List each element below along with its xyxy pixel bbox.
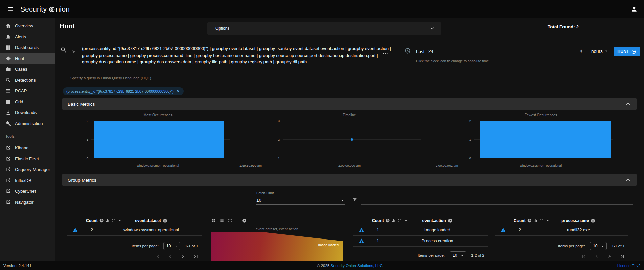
company-link[interactable]: Security Onion Solutions, LLC [331, 264, 383, 268]
total-found-label: Total Found: 2 [548, 24, 579, 29]
sankey-node-label: Image loaded [318, 243, 339, 247]
first-page-icon[interactable] [581, 253, 587, 259]
list-view-icon[interactable] [220, 218, 224, 223]
chevron-down-icon [429, 25, 435, 32]
table-row[interactable]: 1 Process creation [353, 236, 488, 247]
filter-chip[interactable]: (process.entity_id:"{9cc37817-c29b-6821-… [63, 87, 184, 95]
hunt-button[interactable]: HUNT [614, 47, 640, 56]
open-in-new-icon [5, 188, 11, 194]
query-search-icon[interactable] [60, 47, 67, 54]
bar-windows-sysmon-operational[interactable] [480, 121, 611, 158]
open-in-new-icon [5, 167, 11, 172]
chip-close-icon[interactable] [176, 89, 180, 94]
menu-toggle-button[interactable] [6, 5, 15, 14]
query-input[interactable]: (process.entity_id:"{9cc37817-c29b-6821-… [82, 45, 393, 68]
table-row[interactable]: 2 rundll32.exe [495, 225, 628, 236]
warning-triangle-icon[interactable] [359, 227, 364, 233]
basic-metrics-header[interactable]: Basic Metrics [62, 98, 637, 110]
pie-chart-icon[interactable] [385, 218, 390, 223]
sidebar-item-cases[interactable]: Cases [0, 64, 55, 75]
caret-down-icon [340, 198, 345, 203]
query-hint: Specify a query in Onion Query Language … [70, 76, 151, 80]
sidebar-item-grid[interactable]: Grid [0, 96, 55, 107]
fetch-limit-select[interactable]: 10 [256, 196, 345, 205]
onion-logo-icon [48, 6, 55, 13]
sidebar-item-alerts[interactable]: Alerts [0, 31, 55, 42]
prev-page-icon[interactable] [167, 253, 173, 259]
fullscreen-icon[interactable] [228, 218, 232, 223]
last-page-icon[interactable] [619, 253, 625, 259]
dashboard-icon [5, 45, 11, 50]
table-row[interactable]: 2 windows.sysmon_operational [67, 225, 202, 236]
query-more-button[interactable] [382, 50, 388, 56]
group-metrics-header[interactable]: Group Metrics [62, 174, 637, 186]
sidebar-item-pcap[interactable]: PCAP [0, 85, 55, 96]
time-value-input[interactable]: 24 ▲▼ [426, 47, 583, 56]
bar-windows-sysmon-operational[interactable] [94, 121, 224, 158]
group-table-event-action: Count event.action 1 Image loaded 1 [353, 216, 488, 259]
warning-triangle-icon[interactable] [500, 227, 506, 233]
sankey-diagram[interactable]: Image loaded [211, 232, 343, 261]
items-per-page-label: Items per page: [132, 244, 159, 248]
table-row[interactable]: 1 Image loaded [353, 225, 488, 236]
sidebar-item-detections[interactable]: Detections [0, 75, 55, 85]
open-in-new-icon [5, 156, 11, 162]
time-stepper[interactable]: ▲▼ [580, 49, 582, 53]
time-unit-select[interactable]: hours [591, 47, 610, 56]
sidebar-tool-kibana[interactable]: Kibana [0, 142, 55, 153]
sidebar-item-administration[interactable]: Administration [0, 118, 55, 129]
count-column-header[interactable]: Count [86, 218, 98, 223]
warning-triangle-icon[interactable] [359, 238, 364, 244]
sidebar-tool-elastic-fleet[interactable]: Elastic Fleet [0, 153, 55, 164]
hamburger-icon [7, 6, 14, 13]
sidebar-item-dashboards[interactable]: Dashboards [0, 42, 55, 53]
license-link[interactable]: License:ELv2 [617, 261, 641, 270]
last-page-icon[interactable] [193, 253, 199, 259]
pie-chart-icon[interactable] [527, 218, 532, 223]
next-page-icon[interactable] [180, 253, 186, 259]
bell-icon [5, 34, 11, 40]
warning-triangle-icon[interactable] [72, 227, 78, 233]
sidebar-tool-influxdb[interactable]: InfluxDB [0, 175, 55, 186]
first-page-icon[interactable] [154, 253, 160, 259]
sidebar-item-downloads[interactable]: Downloads [0, 107, 55, 118]
wrench-icon [5, 121, 11, 126]
x-tick: 2:00:00.000 am [338, 164, 361, 167]
close-circle-icon[interactable] [591, 218, 595, 223]
download-icon [5, 110, 11, 116]
next-page-icon[interactable] [606, 253, 613, 259]
y-tick: 2 [278, 138, 280, 141]
field-column-header[interactable]: event.dataset [135, 218, 161, 223]
home-icon [5, 23, 11, 29]
chart-timeline: Timeline 3 2 1 1:59:59.999 am 2:00:00.00… [254, 112, 445, 170]
sidebar-tool-osquery-manager[interactable]: Osquery Manager [0, 164, 55, 175]
close-circle-icon[interactable] [242, 218, 247, 223]
group-filter-input[interactable] [361, 196, 633, 205]
sidebar-item-hunt[interactable]: Hunt [0, 53, 55, 64]
chart-title: Fewest Occurrences [445, 113, 637, 117]
x-tick: 1:59:59.999 am [239, 164, 262, 167]
timeline-data-point[interactable] [351, 138, 353, 141]
items-per-page-select[interactable]: 10 [163, 242, 180, 250]
history-clock-icon[interactable] [404, 47, 411, 54]
grid-view-icon[interactable] [211, 218, 216, 223]
query-expand-chevron[interactable] [71, 49, 76, 54]
items-per-page-select[interactable]: 10 [450, 251, 466, 259]
sidebar-item-overview[interactable]: Overview [0, 20, 55, 31]
count-column-header[interactable]: Count [372, 218, 384, 223]
prev-page-icon[interactable] [594, 253, 600, 259]
items-per-page-select[interactable]: 10 [590, 242, 607, 250]
version-label: Version: 2.4.141 [3, 261, 31, 270]
filter-funnel-icon[interactable] [352, 197, 358, 203]
field-column-header[interactable]: event.action [422, 218, 446, 223]
sidebar-tool-cyberchef[interactable]: CyberChef [0, 186, 55, 196]
close-circle-icon[interactable] [448, 218, 453, 223]
close-circle-icon[interactable] [163, 218, 167, 223]
sankey-card: event.dataset, event.action Image loaded [209, 216, 345, 261]
field-column-header[interactable]: process.name [561, 218, 589, 223]
options-panel[interactable]: Options [207, 22, 441, 35]
pie-chart-icon[interactable] [99, 218, 104, 223]
sidebar-tool-navigator[interactable]: Navigator [0, 196, 55, 207]
user-menu-button[interactable] [630, 5, 639, 14]
count-column-header[interactable]: Count [514, 218, 526, 223]
